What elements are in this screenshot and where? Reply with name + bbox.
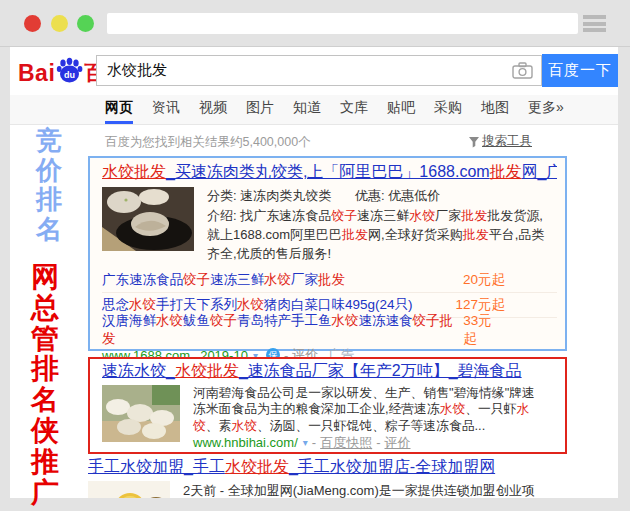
result-snippet: 2天前 - 全球加盟网(JiaMeng.com)是一家提供连锁加盟创业项目的门 [183, 481, 535, 498]
organic-thumbnail-image[interactable] [102, 385, 180, 442]
ad-category: 分类: 速冻肉类丸饺类 [207, 187, 355, 205]
organic-result-block: 速冻水饺_水饺批发_速冻食品厂家【年产2万吨】_碧海食品 河南碧海食品公司是一家… [88, 357, 567, 454]
ad-attributes: 分类: 速冻肉类丸饺类 优惠: 优惠低价 [207, 187, 555, 205]
browser-chrome [0, 0, 630, 46]
search-input[interactable] [96, 55, 542, 86]
nav-tab[interactable]: 图片 [246, 99, 274, 124]
organic-title-link[interactable]: 速冻水饺_水饺批发_速冻食品厂家【年产2万吨】_碧海食品 [102, 361, 557, 381]
close-window-icon[interactable] [24, 15, 41, 32]
nav-tab[interactable]: 资讯 [152, 99, 180, 124]
browser-window: Bai du 百度 百度一下 网页资讯视频图片知道文库贴吧采购地图更多» 百度为… [0, 0, 630, 511]
nav-tab[interactable]: 更多» [528, 99, 564, 124]
search-tools[interactable]: 搜索工具 [468, 133, 532, 150]
nav-tab[interactable]: 视频 [199, 99, 227, 124]
ad-sublink-text: 汉唐海鲜水饺鲅鱼饺子青岛特产手工鱼水饺速冻速食饺子批发 [102, 312, 463, 348]
results-stats: 百度为您找到相关结果约5,400,000个 [105, 134, 311, 151]
ad-promo: 优惠: 优惠低价 [355, 187, 440, 205]
annotation-bidding-ranking: 竞价排名 [36, 126, 66, 244]
nav-tab[interactable]: 文库 [340, 99, 368, 124]
ad-result-block: 水饺批发_买速冻肉类丸饺类,上「阿里巴巴」1688.com批发网_广东速冻食品 … [88, 156, 567, 351]
organic-source-url[interactable]: www.hnbihai.com/ [193, 435, 298, 451]
logo-text-bai: Bai [18, 60, 55, 87]
search-tools-label: 搜索工具 [482, 133, 532, 150]
organic-source-line: www.hnbihai.com/ ▾ - 百度快照 - 评价 [193, 435, 543, 451]
camera-icon[interactable] [512, 62, 533, 79]
result-title-link[interactable]: 手工水饺加盟_手工水饺批发_手工水饺加盟店-全球加盟网 [88, 457, 569, 477]
nav-tab[interactable]: 知道 [293, 99, 321, 124]
separator: - [376, 435, 380, 451]
ad-title-link[interactable]: 水饺批发_买速冻肉类丸饺类,上「阿里巴巴」1688.com批发网_广东速冻食品 [102, 162, 557, 182]
result-item: 手工水饺加盟_手工水饺批发_手工水饺加盟店-全球加盟网 2天前 - 全球加盟网(… [88, 457, 569, 498]
separator: - [312, 435, 316, 451]
nav-tab-bar: 网页资讯视频图片知道文库贴吧采购地图更多» [10, 95, 618, 125]
search-button[interactable]: 百度一下 [542, 54, 618, 87]
result-thumbnail-image[interactable] [88, 481, 170, 498]
organic-description: 河南碧海食品公司是一家以研发、生产、销售"碧海情缘"牌速冻米面食品为主的粮食深加… [193, 385, 535, 433]
nav-tab[interactable]: 地图 [481, 99, 509, 124]
hamburger-menu-icon[interactable] [583, 15, 606, 32]
ad-sublink-row[interactable]: 汉唐海鲜水饺鲅鱼饺子青岛特产手工鱼水饺速冻速食饺子批发 33元起 [102, 317, 557, 342]
nav-tab[interactable]: 网页 [105, 99, 133, 124]
nav-tab[interactable]: 采购 [434, 99, 462, 124]
ad-description: 介绍: 找广东速冻食品饺子速冻三鲜水饺厂家批发批发货源,就上1688.com阿里… [207, 206, 555, 263]
baidu-paw-icon: du [56, 57, 83, 84]
ad-sublinks: 广东速冻食品饺子速冻三鲜水饺厂家批发 20元起 思念水饺手打天下系列水饺猪肉白菜… [102, 267, 557, 342]
organic-review-link[interactable]: 评价 [385, 435, 411, 451]
dropdown-caret-icon[interactable]: ▾ [303, 435, 308, 451]
ad-sublink-text: 广东速冻食品饺子速冻三鲜水饺厂家批发 [102, 271, 345, 289]
filter-funnel-icon [468, 136, 480, 148]
nav-tab[interactable]: 贴吧 [387, 99, 415, 124]
browser-url-bar[interactable] [107, 13, 578, 34]
snapshot-link[interactable]: 百度快照 [320, 435, 372, 451]
ad-sublink-price: 33元起 [463, 312, 505, 348]
svg-text:du: du [64, 69, 75, 79]
page-content: Bai du 百度 百度一下 网页资讯视频图片知道文库贴吧采购地图更多» 百度为… [10, 47, 618, 498]
annotation-promo-watermark: 网总管排名侠推广 [31, 262, 63, 508]
minimize-window-icon[interactable] [51, 15, 68, 32]
ad-sublink-row[interactable]: 广东速冻食品饺子速冻三鲜水饺厂家批发 20元起 [102, 267, 557, 292]
ad-sublink-price: 20元起 [463, 271, 505, 289]
ad-thumbnail-image[interactable] [102, 187, 194, 251]
maximize-window-icon[interactable] [77, 15, 94, 32]
